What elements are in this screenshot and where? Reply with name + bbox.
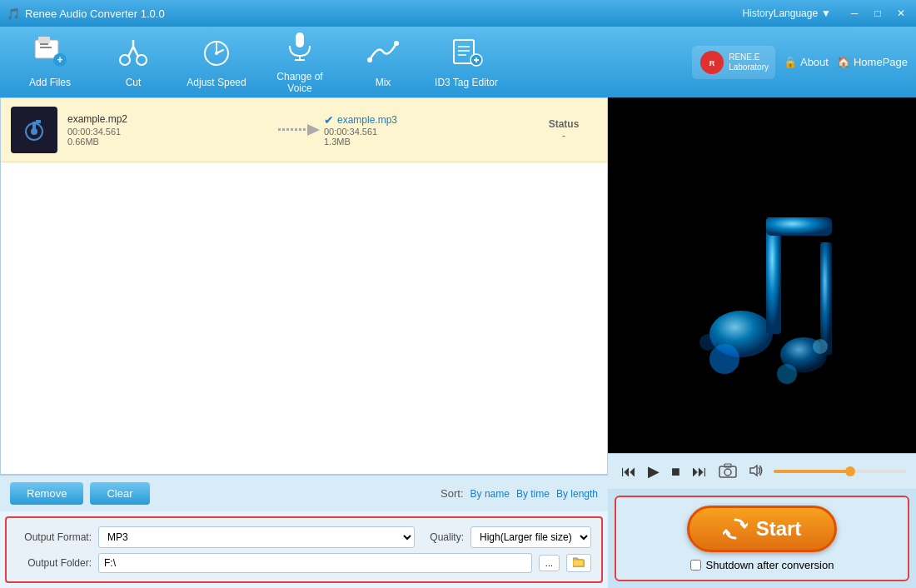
volume-thumb[interactable] (845, 466, 855, 476)
output-file-name: ✔ example.mp3 (324, 113, 530, 127)
folder-input[interactable] (98, 553, 532, 573)
svg-rect-3 (40, 47, 52, 48)
file-list: example.mp2 00:00:34.561 0.66MB (0, 97, 608, 475)
output-file-size: 1.3MB (324, 137, 530, 147)
start-area-container: Start Shutdown after conversion (608, 489, 916, 588)
status-label: Status (530, 118, 597, 130)
player-controls: ⏮ ▶ ■ ⏭ (608, 453, 916, 489)
svg-rect-32 (278, 128, 281, 131)
adjust-speed-label: Adjust Speed (187, 77, 246, 88)
music-preview-graphic (658, 151, 866, 401)
sort-by-name-link[interactable]: By name (470, 488, 510, 500)
play-button[interactable]: ▶ (645, 461, 663, 482)
history-link[interactable]: History (742, 7, 773, 19)
source-file-size: 0.66MB (67, 137, 274, 147)
mix-label: Mix (376, 77, 391, 88)
left-panel: example.mp2 00:00:34.561 0.66MB (0, 97, 608, 588)
svg-rect-46 (820, 242, 832, 355)
about-link[interactable]: 🔒 About (784, 56, 829, 68)
app-title: Renee Audio Converter 1.0.0 (25, 7, 737, 20)
svg-rect-2 (40, 43, 48, 45)
svg-text:+: + (57, 54, 62, 66)
arrow-area (274, 120, 324, 140)
source-file-name: example.mp2 (67, 113, 274, 125)
forward-button[interactable]: ⏭ (689, 461, 710, 482)
cut-icon (117, 37, 150, 73)
change-of-voice-icon (283, 31, 316, 67)
convert-arrow-icon (278, 120, 320, 140)
logo-icon: R (699, 49, 725, 76)
language-dropdown-icon[interactable]: ▼ (821, 7, 831, 19)
svg-point-53 (724, 469, 731, 476)
volume-icon[interactable] (745, 462, 769, 481)
add-files-icon: + (33, 37, 67, 73)
title-bar: 🎵 Renee Audio Converter 1.0.0 History La… (0, 0, 916, 27)
brand-logo: R RENE.E Laboratory (692, 46, 775, 79)
svg-rect-37 (299, 128, 301, 131)
svg-point-17 (367, 57, 372, 62)
start-button[interactable]: Start (687, 506, 837, 552)
svg-rect-31 (36, 120, 41, 123)
home-icon: 🏠 (837, 56, 850, 68)
svg-rect-13 (296, 32, 304, 47)
start-label: Start (756, 517, 802, 541)
shutdown-checkbox[interactable] (690, 560, 701, 571)
svg-point-16 (394, 41, 399, 46)
svg-rect-35 (291, 128, 293, 131)
nav-right: R RENE.E Laboratory 🔒 About 🏠 HomePage (692, 46, 908, 79)
open-folder-button[interactable] (566, 554, 591, 572)
minimize-button[interactable]: ─ (846, 5, 863, 22)
svg-marker-39 (307, 124, 320, 136)
svg-rect-34 (286, 128, 289, 131)
volume-fill (774, 470, 853, 473)
mix-icon (366, 37, 400, 73)
sort-area: Sort: By name By time By length (157, 487, 599, 500)
sort-label: Sort: (441, 487, 463, 500)
rewind-button[interactable]: ⏮ (618, 461, 640, 482)
close-button[interactable]: ✕ (893, 5, 909, 22)
status-area: Status - (530, 118, 597, 142)
svg-rect-30 (32, 122, 36, 132)
id3-tag-editor-icon (450, 37, 483, 73)
table-row: example.mp2 00:00:34.561 0.66MB (1, 98, 607, 162)
output-file-time: 00:00:34.561 (324, 127, 530, 137)
svg-rect-1 (38, 37, 50, 43)
speaker-icon (749, 464, 765, 477)
format-select[interactable]: MP3 AAC OGG FLAC WAV WMA (98, 526, 415, 548)
nav-item-add-files[interactable]: + Add Files (8, 29, 92, 96)
quality-label: Quality: (430, 531, 464, 543)
svg-rect-42 (573, 560, 584, 566)
open-folder-icon (573, 557, 585, 567)
remove-button[interactable]: Remove (10, 482, 83, 505)
maximize-button[interactable]: □ (869, 5, 886, 22)
id3-tag-editor-label: ID3 Tag Editor (435, 77, 498, 88)
svg-rect-38 (303, 128, 306, 131)
source-file-info: example.mp2 00:00:34.561 0.66MB (67, 113, 274, 147)
clear-button[interactable]: Clear (90, 482, 149, 505)
language-label: Language (774, 7, 818, 19)
sort-by-length-link[interactable]: By length (556, 488, 598, 500)
cut-label: Cut (126, 77, 142, 88)
nav-item-mix[interactable]: Mix (341, 29, 425, 96)
status-value: - (530, 130, 597, 142)
file-thumbnail (11, 107, 57, 153)
browse-folder-button[interactable]: ... (539, 555, 560, 571)
nav-item-change-of-voice[interactable]: Change of Voice (258, 29, 341, 96)
quality-select[interactable]: High(Larger file size) Medium Low (470, 526, 591, 548)
homepage-label: HomePage (854, 56, 908, 68)
nav-item-cut[interactable]: Cut (92, 29, 175, 96)
screenshot-button[interactable] (715, 461, 740, 482)
preview-area (608, 97, 916, 453)
svg-marker-55 (750, 466, 757, 476)
sort-by-time-link[interactable]: By time (516, 488, 550, 500)
nav-item-adjust-speed[interactable]: Adjust Speed (175, 29, 258, 96)
svg-rect-36 (295, 128, 297, 131)
volume-slider-track[interactable] (774, 470, 906, 473)
homepage-link[interactable]: 🏠 HomePage (837, 56, 908, 68)
svg-line-8 (128, 47, 133, 57)
svg-point-48 (709, 344, 739, 374)
stop-button[interactable]: ■ (668, 461, 684, 482)
output-settings: Output Format: MP3 AAC OGG FLAC WAV WMA … (5, 516, 603, 583)
nav-item-id3-tag-editor[interactable]: ID3 Tag Editor (425, 29, 508, 96)
svg-point-50 (813, 339, 828, 354)
